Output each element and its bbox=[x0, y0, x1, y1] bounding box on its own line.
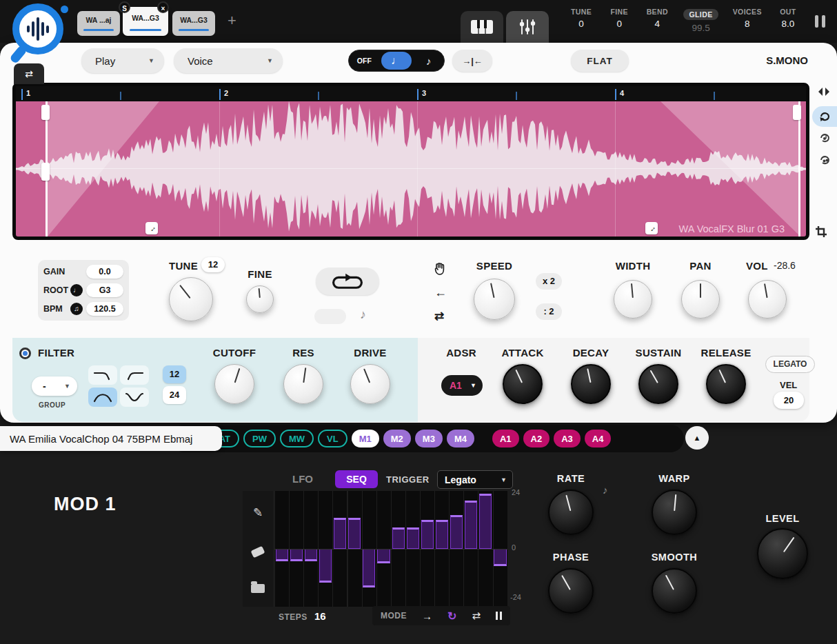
seq-step-3[interactable] bbox=[305, 549, 317, 561]
drag-hand-icon[interactable] bbox=[433, 262, 447, 279]
add-tab-button[interactable]: + bbox=[228, 12, 236, 30]
phase-knob[interactable] bbox=[548, 568, 594, 614]
filter-lowpass-button[interactable] bbox=[88, 365, 117, 385]
release-knob[interactable] bbox=[706, 364, 746, 404]
slope-12-button[interactable]: 12 bbox=[163, 365, 186, 383]
tempo-icon[interactable]: ♫ bbox=[70, 303, 83, 315]
mod-source-a4[interactable]: A4 bbox=[585, 430, 612, 447]
speed-half-button[interactable]: : 2 bbox=[536, 303, 562, 320]
note-sync-icon[interactable]: ♪ bbox=[360, 308, 366, 322]
seq-step-12[interactable] bbox=[436, 520, 448, 549]
seq-step-15[interactable] bbox=[479, 494, 492, 550]
attack-knob[interactable] bbox=[503, 364, 543, 404]
tab-close-icon[interactable]: × bbox=[157, 1, 169, 13]
seq-step-14[interactable] bbox=[465, 501, 477, 549]
rate-knob[interactable] bbox=[548, 490, 594, 535]
filter-bandpass-button[interactable] bbox=[88, 388, 117, 407]
stretch-mode-icon[interactable] bbox=[818, 87, 830, 99]
seq-step-9[interactable] bbox=[392, 527, 405, 550]
mode-hold-button[interactable] bbox=[496, 612, 502, 620]
mod-source-mw[interactable]: MW bbox=[280, 430, 314, 447]
level-knob[interactable] bbox=[757, 528, 808, 579]
gain-value[interactable]: 0.0 bbox=[86, 265, 123, 279]
slope-24-button[interactable]: 24 bbox=[163, 386, 186, 404]
fine-knob[interactable] bbox=[246, 285, 274, 313]
loop-mode-selected[interactable] bbox=[812, 106, 837, 127]
pencil-tool-icon[interactable]: ✎ bbox=[253, 505, 263, 520]
param-value[interactable]: 8 bbox=[733, 19, 762, 29]
root-value[interactable]: G3 bbox=[86, 283, 123, 297]
seq-step-8[interactable] bbox=[377, 549, 390, 563]
filter-notch-button[interactable] bbox=[120, 388, 149, 407]
play-mode-dropdown[interactable]: Play ▼ bbox=[81, 48, 164, 73]
smooth-knob[interactable] bbox=[652, 568, 697, 614]
seq-step-11[interactable] bbox=[421, 520, 434, 549]
preset-tab-3[interactable]: WA...G3 bbox=[172, 11, 215, 36]
loop-note-icon[interactable] bbox=[818, 132, 831, 146]
solo-badge[interactable]: S bbox=[119, 1, 130, 13]
pingpong-icon[interactable]: ⇄ bbox=[434, 309, 444, 323]
mode-pingpong-button[interactable]: ⇄ bbox=[472, 610, 481, 622]
eraser-tool-icon[interactable] bbox=[251, 545, 265, 558]
param-value[interactable]: 99.5 bbox=[683, 23, 718, 33]
start-marker-handle[interactable] bbox=[41, 105, 50, 120]
drive-knob[interactable] bbox=[350, 364, 390, 404]
mode-forward-button[interactable]: → bbox=[422, 610, 432, 622]
seq-step-2[interactable] bbox=[290, 549, 303, 561]
end-marker-handle[interactable] bbox=[793, 105, 801, 120]
bpm-value[interactable]: 120.5 bbox=[86, 302, 123, 316]
mixer-view-tab[interactable] bbox=[506, 11, 549, 43]
adsr-preset-dropdown[interactable]: A1 ▼ bbox=[441, 375, 483, 396]
speed-double-button[interactable]: x 2 bbox=[536, 273, 562, 290]
vel-value[interactable]: 20 bbox=[774, 392, 804, 409]
seq-step-16[interactable] bbox=[494, 549, 506, 566]
sync-triplet-button[interactable]: ♪ bbox=[413, 50, 444, 71]
param-label[interactable]: GLIDE bbox=[683, 9, 718, 20]
fade-in-handle[interactable]: ↔ bbox=[145, 222, 158, 234]
mod-source-m1[interactable]: M1 bbox=[352, 430, 379, 447]
param-value[interactable]: 0 bbox=[607, 19, 631, 29]
mod-source-m2[interactable]: M2 bbox=[383, 430, 411, 447]
pan-knob[interactable] bbox=[681, 280, 720, 319]
loop-length-pill[interactable] bbox=[314, 309, 346, 324]
param-value[interactable]: 0 bbox=[569, 19, 593, 29]
sustain-knob[interactable] bbox=[638, 364, 678, 404]
warp-knob[interactable] bbox=[652, 490, 697, 535]
tab-lfo[interactable]: LFO bbox=[292, 473, 313, 485]
mod-source-m4[interactable]: M4 bbox=[447, 430, 474, 447]
flat-button[interactable]: FLAT bbox=[571, 50, 629, 72]
filter-group-dropdown[interactable]: - ▼ bbox=[32, 376, 77, 396]
start-marker-grip[interactable] bbox=[41, 163, 50, 181]
mod-source-a2[interactable]: A2 bbox=[523, 430, 550, 447]
mod-source-m3[interactable]: M3 bbox=[415, 430, 443, 447]
mode-loop-button[interactable]: ↻ bbox=[447, 610, 456, 623]
res-knob[interactable] bbox=[283, 364, 323, 404]
crop-icon[interactable] bbox=[815, 225, 827, 241]
preset-tab-1[interactable]: WA ...aj bbox=[77, 11, 120, 36]
tab-seq[interactable]: SEQ bbox=[335, 470, 378, 488]
collapse-panel-button[interactable]: ▲ bbox=[685, 426, 709, 450]
param-value[interactable]: 8.0 bbox=[776, 19, 800, 29]
stereo-mono-button[interactable]: S.MONO bbox=[731, 54, 808, 67]
filter-enable-toggle[interactable] bbox=[19, 348, 31, 359]
loaded-sample-chip[interactable]: WA Emilia VocalChop 04 75BPM Ebmaj bbox=[0, 426, 222, 451]
timeline-ruler[interactable]: 1234 bbox=[16, 86, 806, 101]
mod-source-pw[interactable]: PW bbox=[243, 430, 276, 447]
legato-button[interactable]: LEGATO bbox=[765, 356, 815, 373]
loop-tempo-icon[interactable] bbox=[818, 154, 831, 168]
seq-step-13[interactable] bbox=[450, 515, 463, 549]
sync-off-button[interactable]: OFF bbox=[349, 50, 380, 71]
param-value[interactable]: 4 bbox=[645, 19, 669, 29]
mod-source-vl[interactable]: VL bbox=[318, 430, 347, 447]
rate-sync-note-icon[interactable]: ♪ bbox=[603, 484, 608, 496]
decay-knob[interactable] bbox=[571, 364, 611, 404]
speed-knob[interactable] bbox=[474, 279, 515, 320]
seq-step-7[interactable] bbox=[363, 549, 375, 587]
end-marker[interactable] bbox=[798, 101, 800, 237]
loop-toggle-button[interactable] bbox=[316, 268, 379, 295]
pause-icon[interactable] bbox=[815, 15, 825, 28]
mod-source-a3[interactable]: A3 bbox=[554, 430, 581, 447]
collapse-button[interactable]: →|← bbox=[452, 50, 492, 72]
clef-icon[interactable]: ♩ bbox=[70, 284, 83, 296]
seq-step-6[interactable] bbox=[348, 518, 361, 550]
